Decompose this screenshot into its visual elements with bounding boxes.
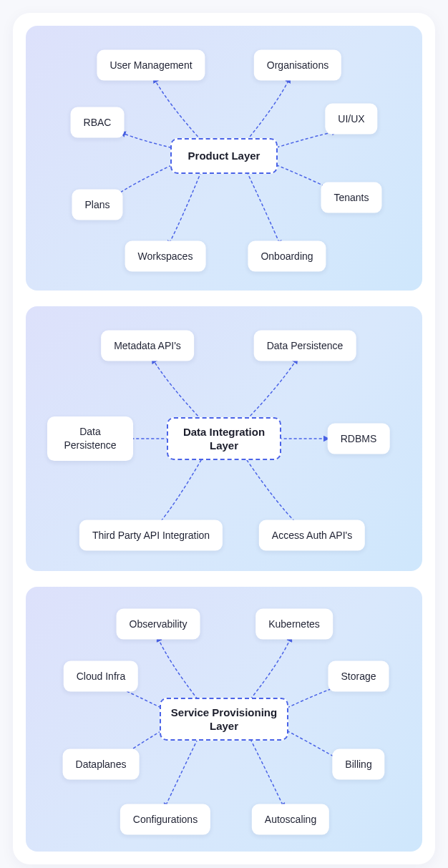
node-observability: Observability	[117, 609, 200, 640]
node-autoscaling: Autoscaling	[252, 804, 329, 835]
node-cloud-infra: Cloud Infra	[64, 661, 138, 692]
panel-data-integration-layer: Data Integration Layer Metadata API's Da…	[26, 306, 422, 571]
node-data-persistence-top: Data Persistence	[254, 331, 356, 361]
node-rdbms: RDBMS	[328, 424, 390, 454]
node-storage: Storage	[328, 661, 389, 692]
node-metadata-apis: Metadata API's	[101, 331, 194, 361]
node-tenants: Tenants	[321, 182, 381, 213]
node-access-auth-apis: Access Auth API's	[259, 520, 365, 551]
node-dataplanes: Dataplanes	[63, 749, 140, 780]
node-billing: Billing	[332, 749, 384, 780]
panel-service-provisioning-layer: Service Provisioning Layer Observability…	[26, 587, 422, 852]
node-user-management: User Management	[97, 50, 205, 81]
node-workspaces: Workspaces	[125, 241, 206, 272]
hub-product-layer: Product Layer	[170, 138, 278, 174]
node-plans: Plans	[72, 190, 122, 220]
node-onboarding: Onboarding	[248, 241, 326, 272]
node-rbac: RBAC	[71, 107, 125, 138]
node-kubernetes: Kubernetes	[255, 609, 333, 640]
node-uiux: UI/UX	[325, 104, 377, 135]
hub-service-provisioning-layer: Service Provisioning Layer	[160, 698, 288, 741]
node-data-persistence-left: Data Persistence	[47, 416, 133, 461]
node-third-party-api: Third Party API Integration	[79, 520, 223, 551]
diagram-card: Product Layer User Management Organisati…	[13, 13, 435, 864]
hub-data-integration-layer: Data Integration Layer	[167, 417, 281, 460]
node-organisations: Organisations	[254, 50, 341, 81]
panel-product-layer: Product Layer User Management Organisati…	[26, 26, 422, 291]
node-configurations: Configurations	[120, 804, 210, 835]
